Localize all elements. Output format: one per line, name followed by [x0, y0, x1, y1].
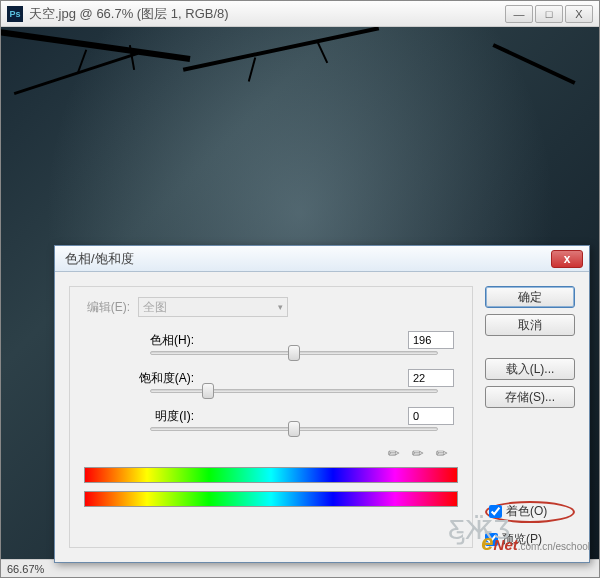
lightness-row: 明度(I): [80, 407, 462, 425]
close-button[interactable]: X [565, 5, 593, 23]
watermark-net: Net [494, 536, 518, 553]
lightness-slider[interactable] [150, 427, 438, 431]
image-content [183, 27, 379, 72]
cancel-button[interactable]: 取消 [485, 314, 575, 336]
eyedropper-icon[interactable]: ✎ [384, 439, 409, 464]
saturation-input[interactable] [408, 369, 454, 387]
watermark-rest: .com.cn/eschool [518, 541, 590, 552]
minimize-button[interactable]: — [505, 5, 533, 23]
watermark: eNet.com.cn/eschool [481, 530, 590, 556]
edit-row: 编辑(E): 全图 ▾ [80, 297, 462, 317]
window-controls: — □ X [505, 5, 593, 23]
image-content [1, 28, 190, 62]
hue-spectrum-bottom [84, 491, 458, 507]
hue-input[interactable] [408, 331, 454, 349]
image-content [248, 57, 256, 82]
lightness-slider-thumb[interactable] [288, 421, 300, 437]
image-content [492, 43, 575, 85]
ok-button[interactable]: 确定 [485, 286, 575, 308]
watermark-e: e [481, 530, 493, 555]
ps-icon: Ps [7, 6, 23, 22]
hue-slider-thumb[interactable] [288, 345, 300, 361]
lightness-label: 明度(I): [80, 408, 200, 425]
edit-label: 编辑(E): [80, 299, 130, 316]
hue-row: 色相(H): [80, 331, 462, 349]
chevron-down-icon: ▾ [278, 302, 283, 312]
dialog-close-button[interactable]: x [551, 250, 583, 268]
eyedropper-subtract-icon[interactable]: ✎ [432, 439, 457, 464]
saturation-slider-thumb[interactable] [202, 383, 214, 399]
dialog-main-panel: 编辑(E): 全图 ▾ 色相(H): 饱和度(A): [69, 286, 473, 548]
eyedropper-add-icon[interactable]: ✎ [408, 439, 433, 464]
titlebar[interactable]: Ps 天空.jpg @ 66.7% (图层 1, RGB/8) — □ X [1, 1, 599, 27]
window-title: 天空.jpg @ 66.7% (图层 1, RGB/8) [29, 5, 505, 23]
saturation-row: 饱和度(A): [80, 369, 462, 387]
saturation-slider[interactable] [150, 389, 438, 393]
image-content [316, 40, 328, 64]
image-content [14, 52, 139, 95]
eyedropper-group: ✎ ✎ ✎ [80, 439, 462, 461]
edit-dropdown[interactable]: 全图 ▾ [138, 297, 288, 317]
hue-label: 色相(H): [80, 332, 200, 349]
dialog-titlebar[interactable]: 色相/饱和度 x [55, 246, 589, 272]
lightness-input[interactable] [408, 407, 454, 425]
load-button[interactable]: 载入(L)... [485, 358, 575, 380]
maximize-button[interactable]: □ [535, 5, 563, 23]
hue-slider[interactable] [150, 351, 438, 355]
dialog-title: 色相/饱和度 [65, 250, 551, 268]
save-button[interactable]: 存储(S)... [485, 386, 575, 408]
colorize-label: 着色(O) [506, 503, 547, 520]
saturation-label: 饱和度(A): [80, 370, 200, 387]
dialog-side-panel: 确定 取消 载入(L)... 存储(S)... 着色(O) 预览(P) [485, 286, 575, 548]
edit-dropdown-value: 全图 [143, 299, 167, 316]
zoom-level: 66.67% [7, 563, 44, 575]
hue-spectrum-top [84, 467, 458, 483]
